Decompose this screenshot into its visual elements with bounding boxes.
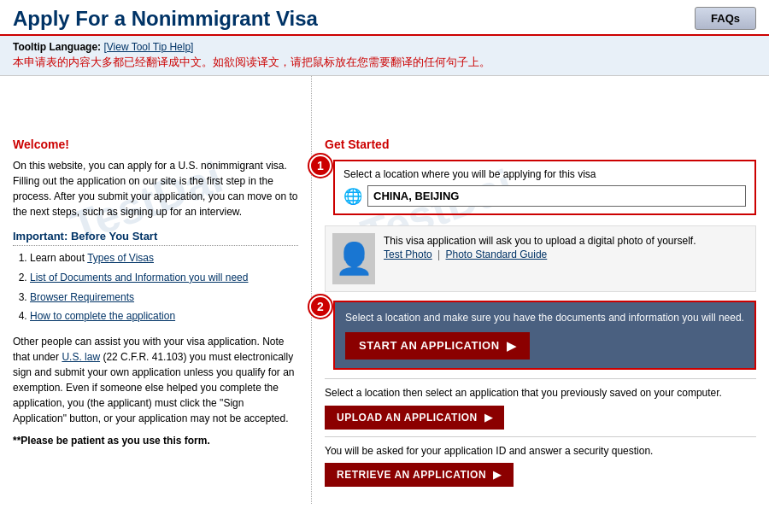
photo-placeholder: 👤 xyxy=(332,233,375,284)
photo-description: This visa application will ask you to up… xyxy=(384,233,696,248)
retrieve-description: You will be asked for your application I… xyxy=(325,444,756,459)
upload-btn-label: UPLOAD AN APPLICATION xyxy=(337,412,478,424)
steps-list: Learn about Types of Visas List of Docum… xyxy=(13,251,298,324)
location-label: Select a location where you will be appl… xyxy=(343,168,746,180)
upload-section: Select a location then select an applica… xyxy=(325,386,756,430)
globe-icon: 🌐 xyxy=(343,187,362,206)
photo-links: Test Photo | Photo Standard Guide xyxy=(384,248,696,260)
step2-description: Select a location and make sure you have… xyxy=(345,311,744,325)
header: Apply For a Nonimmigrant Visa FAQs xyxy=(0,0,769,36)
photo-section: 👤 This visa application will ask you to … xyxy=(325,225,756,292)
faq-button[interactable]: FAQs xyxy=(695,7,756,30)
upload-application-button[interactable]: UPLOAD AN APPLICATION ▶ xyxy=(325,406,504,430)
welcome-heading: Welcome! xyxy=(13,137,298,151)
list-item: List of Documents and Information you wi… xyxy=(30,271,298,285)
step2-container: 2 Select a location and make sure you ha… xyxy=(325,301,756,370)
get-started-heading: Get Started xyxy=(325,137,756,151)
tooltip-chinese-text: 本申请表的内容大多都已经翻译成中文。如欲阅读译文，请把鼠标放在您需要翻译的任何句… xyxy=(13,55,756,70)
tooltip-lang-line: Tooltip Language: [View Tool Tip Help] xyxy=(13,41,756,53)
photo-silhouette-icon: 👤 xyxy=(335,241,373,277)
start-btn-label: START AN APPLICATION xyxy=(359,339,500,352)
step2-number: 2 xyxy=(309,295,332,318)
welcome-text: On this website, you can apply for a U.S… xyxy=(13,158,298,219)
important-heading: Important: Before You Start xyxy=(13,230,298,246)
location-select-row: 🌐 CHINA, BEIJING xyxy=(343,185,746,207)
tooltip-label: Tooltip Language: xyxy=(13,41,101,53)
start-application-button[interactable]: START AN APPLICATION ▶ xyxy=(345,332,530,360)
step1-container: 1 Select a location where you will be ap… xyxy=(325,160,756,215)
footer-note: **Please be patient as you use this form… xyxy=(13,435,298,447)
upload-description: Select a location then select an applica… xyxy=(325,386,756,400)
photo-guide-link[interactable]: Photo Standard Guide xyxy=(446,248,548,260)
retrieve-application-button[interactable]: RETRIEVE AN APPLICATION ▶ xyxy=(325,463,514,487)
retrieve-btn-arrow-icon: ▶ xyxy=(493,469,502,481)
list-item: Browser Requirements xyxy=(30,290,298,305)
browser-requirements-link[interactable]: Browser Requirements xyxy=(30,291,134,303)
start-btn-arrow-icon: ▶ xyxy=(507,339,517,353)
page-title: Apply For a Nonimmigrant Visa xyxy=(13,7,318,31)
tooltip-bar: Tooltip Language: [View Tool Tip Help] 本… xyxy=(0,36,769,76)
view-tooltip-help-link[interactable]: [View Tool Tip Help] xyxy=(103,41,193,53)
divider2 xyxy=(325,436,756,437)
how-to-complete-link[interactable]: How to complete the application xyxy=(30,310,175,322)
retrieve-section: You will be asked for your application I… xyxy=(325,444,756,488)
right-column: TestDai Get Started 1 Select a location … xyxy=(312,76,769,504)
location-box: Select a location where you will be appl… xyxy=(333,160,756,215)
retrieve-btn-label: RETRIEVE AN APPLICATION xyxy=(337,469,486,481)
test-photo-link[interactable]: Test Photo xyxy=(384,248,432,260)
divider1 xyxy=(325,378,756,379)
location-dropdown[interactable]: CHINA, BEIJING xyxy=(367,185,746,207)
main-content: TestDai Welcome! On this website, you ca… xyxy=(0,76,769,504)
list-item: How to complete the application xyxy=(30,309,298,324)
us-law-link[interactable]: U.S. law xyxy=(62,351,100,363)
upload-btn-arrow-icon: ▶ xyxy=(484,412,493,424)
step1-number: 1 xyxy=(309,155,332,177)
other-info-text: Other people can assist you with your vi… xyxy=(13,334,298,426)
types-of-visas-link[interactable]: Types of Visas xyxy=(87,252,154,264)
photo-info: This visa application will ask you to up… xyxy=(384,233,696,260)
list-item: Learn about Types of Visas xyxy=(30,251,298,266)
step2-box: Select a location and make sure you have… xyxy=(333,301,756,370)
documents-list-link[interactable]: List of Documents and Information you wi… xyxy=(30,272,248,284)
pipe-separator: | xyxy=(437,248,443,260)
left-column: TestDai Welcome! On this website, you ca… xyxy=(0,76,312,504)
step1-prefix: Learn about xyxy=(30,252,87,264)
